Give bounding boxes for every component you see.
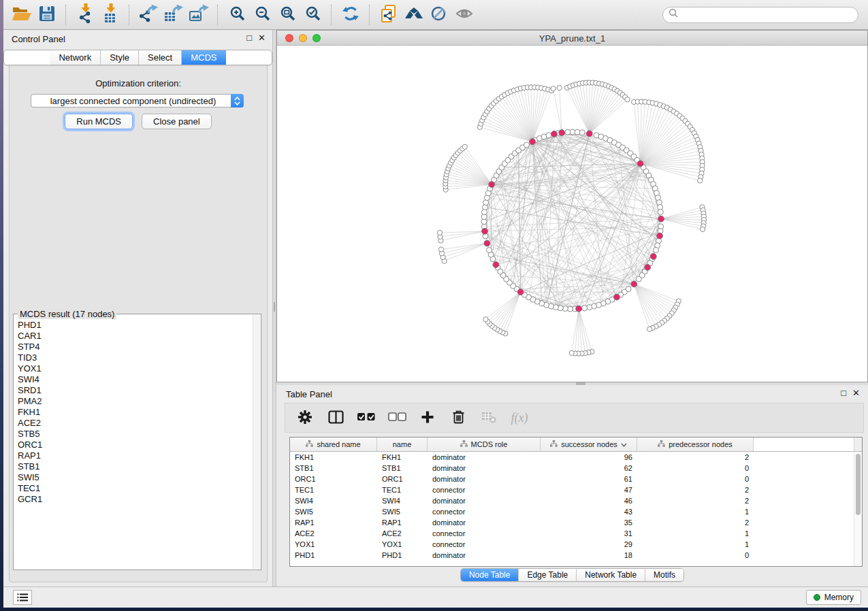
search-icon (669, 8, 679, 21)
delete-column-button[interactable] (448, 407, 468, 429)
table-settings-button[interactable] (295, 407, 315, 429)
mcds-result-box: MCDS result (17 nodes) PHD1CAR1STP4TID3Y… (13, 314, 261, 570)
toolbar-first-neighbors-button[interactable] (401, 3, 426, 27)
open-session-icon (12, 5, 32, 24)
deselect-all-button[interactable] (387, 407, 407, 429)
close-table-panel-icon[interactable]: ✕ (852, 389, 860, 397)
table-row[interactable]: SWI4SWI4dominator462 (290, 495, 862, 506)
table-cell: 0 (637, 551, 754, 559)
toolbar-import-network-button[interactable] (72, 3, 97, 27)
tab-mcds[interactable]: MCDS (182, 50, 225, 65)
table-row[interactable]: PHD1PHD1dominator180 (290, 550, 862, 561)
control-panel: Control Panel □ ✕ NetworkStyleSelectMCDS… (3, 30, 272, 587)
table-cell: FKH1 (290, 453, 377, 461)
network-graph[interactable] (277, 46, 867, 382)
table-scrollbar-thumb[interactable] (856, 454, 861, 515)
column-header-predecessor-nodes[interactable]: predecessor nodes (637, 437, 754, 451)
panel-menu-button[interactable] (13, 590, 32, 605)
close-panel-icon[interactable]: ✕ (258, 33, 266, 42)
table-cell: connector (428, 540, 541, 548)
table-row[interactable]: SWI5SWI5connector431 (290, 506, 862, 517)
mcds-result-item: CAR1 (18, 331, 252, 342)
toolbar-clone-network-button[interactable] (376, 3, 401, 27)
float-table-panel-icon[interactable]: □ (841, 389, 846, 397)
toolbar-refresh-styles-button[interactable] (338, 3, 363, 27)
search-input[interactable] (679, 10, 852, 20)
criterion-select[interactable]: largest connected component (undirected) (31, 94, 244, 108)
table-cell: 1 (637, 508, 754, 516)
toolbar-export-table-button[interactable] (161, 3, 186, 27)
mcds-result-item: SWI4 (18, 374, 252, 385)
column-header-name[interactable]: name (377, 437, 428, 451)
toolbar-hide-selected-button[interactable] (426, 3, 451, 27)
export-network-icon (138, 4, 159, 25)
column-header-filler (754, 437, 862, 451)
table-tab-network-table[interactable]: Network Table (577, 569, 645, 581)
mcds-result-item: SRD1 (18, 385, 252, 396)
table-cell: SWI4 (377, 497, 428, 505)
toolbar-save-session-button[interactable] (34, 3, 59, 27)
toolbar-export-image-button[interactable] (186, 3, 211, 27)
float-panel-icon[interactable]: □ (246, 33, 252, 42)
table-cell: 0 (637, 464, 754, 472)
table-row[interactable]: ACE2ACE2connector311 (290, 528, 862, 539)
table-scrollbar-cap (854, 437, 862, 452)
toolbar-open-session-button[interactable] (9, 3, 34, 27)
column-header-shared-name[interactable]: shared name (290, 437, 377, 451)
hide-selected-icon (430, 5, 448, 24)
toolbar-zoom-out-button[interactable] (249, 3, 274, 27)
network-window-titlebar: YPA_prune.txt_1 (277, 31, 867, 46)
table-row[interactable]: TEC1TEC1connector472 (290, 484, 862, 495)
mcds-tab-pane: Optimization criterion: largest connecte… (9, 58, 268, 582)
toolbar-separator (129, 5, 129, 25)
toolbar-zoom-in-button[interactable] (224, 3, 249, 27)
table-cell: 2 (637, 486, 754, 494)
mcds-result-item: RAP1 (18, 450, 252, 461)
add-column-button[interactable] (417, 407, 438, 429)
table-cell: ACE2 (290, 529, 377, 538)
table-row[interactable]: FKH1FKH1dominator962 (290, 452, 862, 463)
column-label: shared name (317, 440, 360, 448)
table-tab-motifs[interactable]: Motifs (645, 569, 684, 581)
toolbar-separator (331, 5, 332, 25)
table-cell: connector (428, 508, 541, 516)
table-cell: PHD1 (290, 551, 377, 559)
table-cell: dominator (428, 464, 541, 472)
toolbar-zoom-selected-button[interactable] (300, 3, 325, 27)
column-label: MCDS role (471, 440, 508, 448)
zoom-out-icon (254, 5, 270, 24)
table-body: FKH1FKH1dominator962STB1STB1dominator620… (290, 452, 862, 561)
table-row[interactable]: STB1STB1dominator620 (290, 463, 862, 474)
select-all-button[interactable] (356, 407, 376, 429)
table-row[interactable]: YOX1YOX1connector291 (290, 539, 862, 550)
toolbar-zoom-fit-button[interactable] (274, 3, 300, 27)
control-panel-title: Control Panel (12, 34, 65, 44)
run-mcds-button[interactable]: Run MCDS (65, 114, 133, 129)
close-panel-button[interactable]: Close panel (142, 114, 212, 129)
toolbar-export-network-button[interactable] (135, 3, 161, 27)
column-header-successor-nodes[interactable]: successor nodes (541, 437, 637, 451)
split-panel-button[interactable] (325, 407, 346, 429)
mcds-result-item: STB1 (18, 461, 252, 472)
mcds-result-item: ORC1 (18, 440, 252, 450)
table-cell: 47 (541, 486, 637, 494)
table-tab-edge-table[interactable]: Edge Table (519, 569, 577, 581)
main-toolbar (3, 0, 868, 30)
tab-style[interactable]: Style (101, 50, 139, 65)
tab-select[interactable]: Select (139, 50, 182, 65)
table-cell: FKH1 (377, 453, 428, 461)
toolbar-import-table-button[interactable] (97, 3, 123, 27)
network-window-title: YPA_prune.txt_1 (277, 33, 867, 44)
toolbar-show-all-button[interactable] (451, 3, 477, 27)
table-scrollbar[interactable] (854, 452, 862, 566)
tab-network[interactable]: Network (50, 50, 101, 65)
memory-button[interactable]: Memory (806, 590, 861, 605)
mcds-list-scrollbar[interactable] (253, 315, 260, 569)
table-row[interactable]: ORC1ORC1dominator610 (290, 474, 862, 484)
column-header-MCDS-role[interactable]: MCDS role (428, 437, 541, 451)
table-row[interactable]: RAP1RAP1dominator352 (290, 517, 862, 528)
table-cell: 2 (637, 518, 754, 527)
table-tab-node-table[interactable]: Node Table (461, 569, 519, 581)
network-canvas[interactable] (277, 46, 867, 382)
zoom-selected-icon (304, 5, 321, 24)
